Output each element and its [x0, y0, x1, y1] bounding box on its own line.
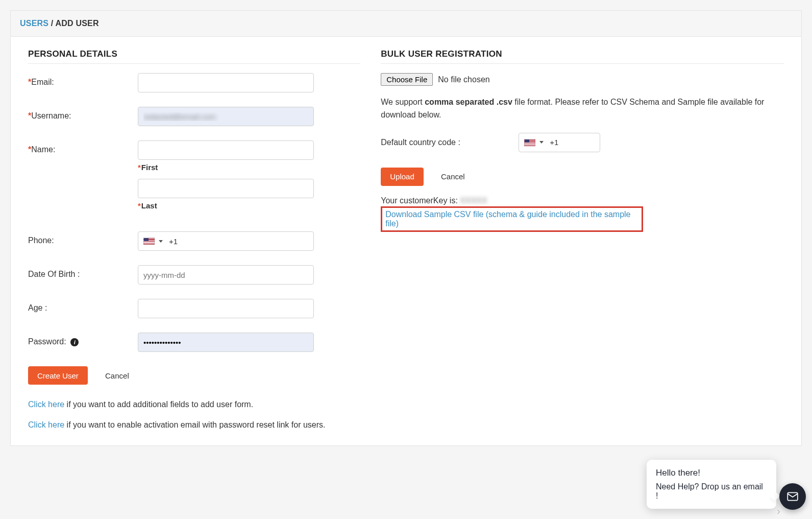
- chat-popover[interactable]: Hello there! Need Help? Drop us an email…: [647, 460, 776, 466]
- breadcrumb-users-link[interactable]: USERS: [20, 19, 48, 28]
- divider: [381, 63, 784, 64]
- customer-key-value: XXXXX: [460, 196, 487, 205]
- activation-email-link[interactable]: Click here: [28, 420, 64, 429]
- first-sublabel: First: [141, 163, 158, 172]
- dob-field[interactable]: [138, 265, 314, 285]
- helper-activation-email: Click here if you want to enable activat…: [28, 418, 360, 432]
- password-field[interactable]: [138, 333, 314, 352]
- add-fields-link[interactable]: Click here: [28, 400, 64, 409]
- file-status: No file chosen: [438, 75, 489, 84]
- cancel-button[interactable]: Cancel: [96, 366, 138, 385]
- email-field[interactable]: [138, 73, 314, 92]
- download-sample-highlight: Download Sample CSV file (schema & guide…: [381, 206, 643, 232]
- country-dialcode: +1: [550, 138, 558, 147]
- email-label: Email:: [31, 78, 54, 86]
- chevron-down-icon: [159, 240, 163, 243]
- chevron-down-icon: [539, 141, 544, 144]
- customer-key-label: Your customerKey is:: [381, 196, 460, 205]
- age-label: Age :: [28, 303, 47, 312]
- us-flag-icon: [143, 238, 155, 245]
- info-icon[interactable]: i: [70, 338, 79, 346]
- last-name-field[interactable]: [138, 179, 314, 198]
- first-name-field[interactable]: [138, 140, 314, 160]
- default-country-code-label: Default country code :: [381, 138, 519, 147]
- dob-label: Date Of Birth :: [28, 270, 80, 278]
- personal-details-title: PERSONAL DETAILS: [28, 49, 360, 59]
- default-country-code-select[interactable]: +1: [519, 133, 600, 152]
- bulk-registration-title: BULK USER REGISTRATION: [381, 49, 784, 59]
- upload-button[interactable]: Upload: [381, 168, 424, 186]
- username-label: Username:: [31, 111, 71, 120]
- breadcrumb: USERS / ADD USER: [10, 10, 802, 36]
- download-sample-csv-link[interactable]: Download Sample CSV file (schema & guide…: [385, 210, 630, 228]
- breadcrumb-current: ADD USER: [55, 19, 99, 28]
- age-field[interactable]: [138, 299, 314, 318]
- helper-add-fields: Click here if you want to add additional…: [28, 398, 360, 411]
- phone-label: Phone:: [28, 236, 54, 245]
- name-label: Name:: [31, 145, 55, 154]
- password-label: Password:: [28, 337, 66, 346]
- create-user-button[interactable]: Create User: [28, 366, 88, 385]
- divider: [28, 63, 360, 64]
- last-sublabel: Last: [141, 201, 157, 210]
- breadcrumb-sep: /: [48, 19, 55, 28]
- us-flag-icon: [524, 139, 535, 146]
- phone-dialcode: +1: [169, 237, 178, 246]
- support-text: We support comma separated .csv file for…: [381, 96, 784, 122]
- phone-field[interactable]: +1: [138, 231, 314, 251]
- choose-file-button[interactable]: Choose File: [381, 73, 433, 86]
- username-field[interactable]: [138, 107, 314, 126]
- bulk-cancel-button[interactable]: Cancel: [432, 168, 474, 186]
